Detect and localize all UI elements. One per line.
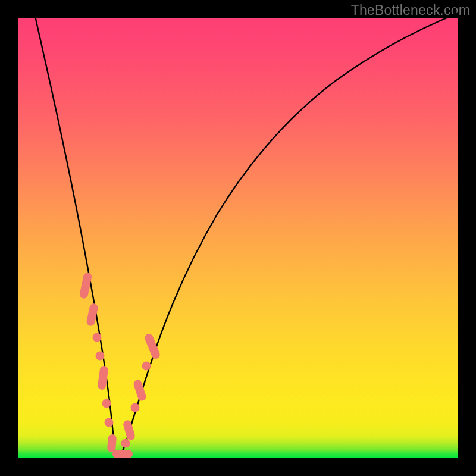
svg-point-6 (105, 418, 114, 427)
svg-point-2 (93, 333, 102, 342)
svg-rect-14 (143, 333, 161, 360)
curve-path (36, 13, 458, 457)
chart-frame: TheBottleneck.com (0, 0, 476, 476)
svg-point-3 (96, 352, 105, 361)
curve-markers (79, 272, 161, 458)
svg-point-11 (131, 403, 140, 412)
svg-rect-10 (123, 419, 136, 441)
svg-point-5 (102, 399, 111, 408)
svg-rect-8 (112, 450, 133, 458)
svg-point-9 (121, 439, 130, 448)
bottleneck-curve (18, 18, 458, 458)
svg-point-13 (142, 362, 151, 371)
plot-area (18, 18, 458, 458)
